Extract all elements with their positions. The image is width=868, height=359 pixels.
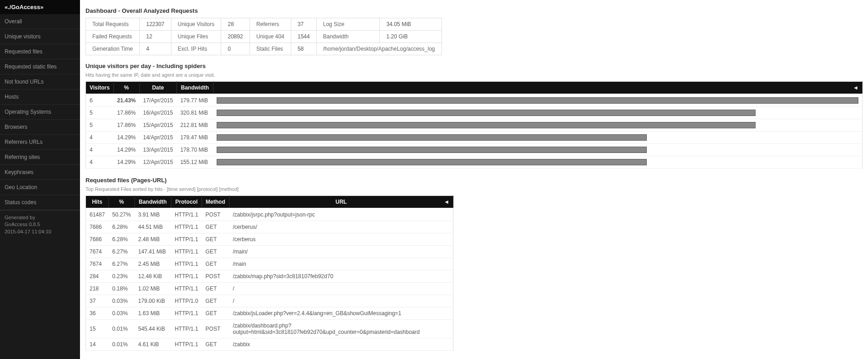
visitors-header[interactable]: % [113,82,139,94]
files-header[interactable]: URL◄ [229,196,453,208]
sidebar-item-overall[interactable]: Overall [0,14,80,29]
cell: 545.44 KiB [134,320,171,338]
sidebar-item-unique-visitors[interactable]: Unique visitors [0,29,80,44]
visitors-header[interactable]: Visitors [86,82,114,94]
cell: 14.29% [113,132,139,144]
cell: GET [202,233,229,246]
sidebar-item-referrers-urls[interactable]: Referrers URLs [0,135,80,150]
cell: 6.28% [109,233,135,246]
cell: 284 [86,270,109,283]
table-row[interactable]: 140.01%4.61 KiBHTTP/1.1GET/zabbix [86,338,453,351]
table-row[interactable]: 414.29%12/Apr/2015155.12 MiB [86,156,863,169]
sidebar-item-operating-systems[interactable]: Operating Systems [0,105,80,120]
files-header[interactable]: Bandwidth [134,196,171,208]
overview-cell: Bandwidth [316,31,380,43]
bar [217,97,858,104]
table-row[interactable]: 360.03%1.63 MiBHTTP/1.1GET/zabbix/jsLoad… [86,307,453,320]
nav-list: OverallUnique visitorsRequested filesReq… [0,14,80,210]
files-header[interactable]: Hits [86,196,109,208]
sidebar-item-referring-sites[interactable]: Referring sites [0,150,80,165]
collapse-icon[interactable]: ◄ [444,199,449,205]
cell: 14/Apr/2015 [139,132,176,144]
collapse-icon[interactable]: ◄ [213,82,862,94]
cell: 4 [86,132,114,144]
cell: 7674 [86,246,109,258]
table-row[interactable]: 2840.23%12.48 KiBHTTP/1.1POST/zabbix/map… [86,270,453,283]
cell: GET [202,246,229,258]
cell: 4.61 KiB [134,338,171,351]
table-row[interactable]: 2180.18%1.02 MiBHTTP/1.1GET/ [86,283,453,295]
cell: 13/Apr/2015 [139,144,176,156]
cell: GET [202,283,229,295]
sidebar-item-hosts[interactable]: Hosts [0,90,80,105]
overview-cell: Unique 404 [250,31,291,43]
table-row[interactable]: 517.86%15/Apr/2015212.81 MiB [86,119,863,132]
overview-cell: Unique Visitors [171,18,221,31]
table-row[interactable]: 150.01%545.44 KiBHTTP/1.1POST/zabbix/das… [86,320,453,338]
cell: HTTP/1.1 [171,283,202,295]
cell: 178.47 MiB [176,132,213,144]
cell: 6.27% [109,258,135,270]
cell: 14.29% [113,144,139,156]
bar [217,159,646,165]
cell: 4 [86,144,114,156]
sidebar-item-geo-location[interactable]: Geo Location [0,180,80,195]
cell: 0.01% [109,320,135,338]
visitors-header[interactable]: Date [139,82,176,94]
visitors-header[interactable]: Bandwidth [176,82,213,94]
sidebar-item-keyphrases[interactable]: Keyphrases [0,165,80,180]
overview-cell: Log Size [316,18,380,31]
table-row[interactable]: 517.86%16/Apr/2015320.81 MiB [86,107,863,119]
generated-by: Generated by [5,214,75,221]
overview-cell: 34.05 MiB [380,18,442,31]
cell: 218 [86,283,109,295]
cell: 50.27% [109,208,135,221]
cell: 14 [86,338,109,351]
table-row[interactable]: 621.43%17/Apr/2015179.77 MiB [86,94,863,107]
cell: 2.48 MiB [134,233,171,246]
cell: /zabbix/jsLoader.php?ver=2.4.4&lang=en_G… [229,307,453,320]
cell: 17/Apr/2015 [139,94,176,107]
cell: 0.03% [109,295,135,307]
cell: 21.43% [113,94,139,107]
sidebar-item-requested-files[interactable]: Requested files [0,44,80,59]
overview-table: Total Requests122307Unique Visitors28Ref… [85,18,442,55]
files-header[interactable]: % [109,196,135,208]
table-row[interactable]: 76866.28%44.51 MiBHTTP/1.1GET/cerberus/ [86,221,453,233]
cell: / [229,295,453,307]
table-row[interactable]: 6148750.27%3.91 MiBHTTP/1.1POST/zabbix/j… [86,208,453,221]
cell: HTTP/1.0 [171,295,202,307]
table-row[interactable]: 414.29%14/Apr/2015178.47 MiB [86,132,863,144]
overview-cell: Generation Time [86,43,140,55]
table-row[interactable]: 370.03%179.00 KiBHTTP/1.0GET/ [86,295,453,307]
overview-cell: Excl. IP Hits [171,43,221,55]
cell: 6 [86,94,114,107]
cell: 6.28% [109,221,135,233]
overview-cell: Unique Files [171,31,221,43]
sidebar-item-status-codes[interactable]: Status codes [0,195,80,210]
cell: HTTP/1.1 [171,208,202,221]
bar-cell [213,94,862,107]
brand: «./GoAccess» [0,0,80,14]
files-table: Hits%BandwidthProtocolMethodURL◄6148750.… [85,195,453,351]
table-row[interactable]: 76746.27%147.41 MiBHTTP/1.1GET/main/ [86,246,453,258]
table-row[interactable]: 414.29%13/Apr/2015178.70 MiB [86,144,863,156]
cell: 12/Apr/2015 [139,156,176,169]
overview-cell: 28 [221,18,250,31]
cell: 36 [86,307,109,320]
files-header[interactable]: Protocol [171,196,202,208]
cell: /zabbix/dashboard.php?output=html&sid=3c… [229,320,453,338]
overview-cell: /home/jordan/Desktop/ApacheLog/access_lo… [316,43,442,55]
bar-cell [213,132,862,144]
cell: 1.63 MiB [134,307,171,320]
sidebar-item-requested-static-files[interactable]: Requested static files [0,59,80,74]
cell: 12.48 KiB [134,270,171,283]
sidebar-item-not-found-urls[interactable]: Not found URLs [0,74,80,90]
sidebar-item-browsers[interactable]: Browsers [0,120,80,135]
files-header[interactable]: Method [202,196,229,208]
cell: 5 [86,119,114,132]
table-row[interactable]: 76866.28%2.48 MiBHTTP/1.1GET/cerberus [86,233,453,246]
table-row[interactable]: 76746.27%2.45 MiBHTTP/1.1GET/main [86,258,453,270]
bar-cell [213,107,862,119]
overview-cell: 4 [139,43,171,55]
